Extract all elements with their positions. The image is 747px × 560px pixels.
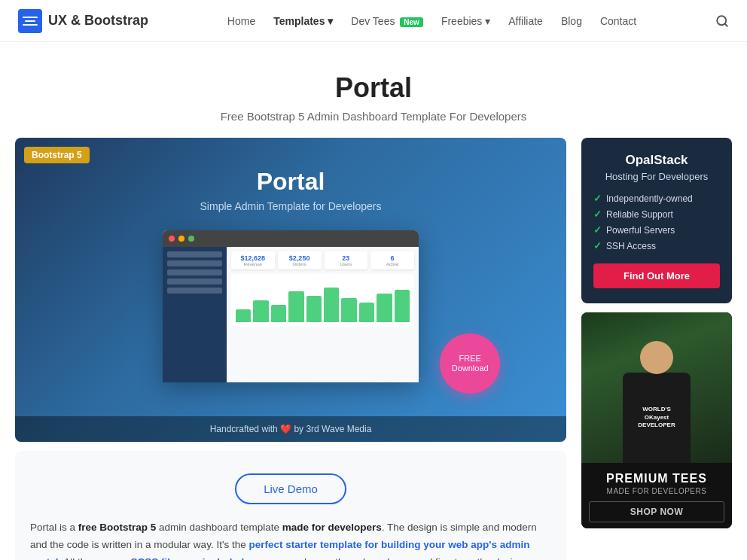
devtees-image-area: WORLD'SOKayestDEVELOPER	[581, 312, 732, 463]
live-demo-button[interactable]: Live Demo	[235, 473, 346, 504]
free-download-button[interactable]: FREE Download	[440, 333, 500, 394]
page-header: Portal Free Bootstrap 5 Admin Dashboard …	[0, 42, 747, 138]
mock-content: $12,628 Revenue $2,250 Orders 23 Users	[163, 247, 419, 382]
navbar: UX & Bootstrap Home Templates ▾ Dev Tees…	[0, 0, 747, 42]
search-button[interactable]	[715, 14, 729, 28]
description-text: Portal is a free Bootstrap 5 admin dashb…	[30, 519, 551, 560]
feature-item-2: ✓ Reliable Support	[593, 208, 720, 220]
nav-item-templates[interactable]: Templates ▾	[273, 15, 333, 27]
chart-bar	[324, 288, 339, 322]
devtees-label: PREMIUM TEES	[589, 472, 724, 485]
brand-logo[interactable]: UX & Bootstrap	[18, 9, 148, 33]
tshirt-text: WORLD'SOKayestDEVELOPER	[635, 403, 678, 432]
sidebar-mock-item	[167, 260, 222, 266]
person-body: WORLD'SOKayestDEVELOPER	[623, 373, 691, 463]
hero-title: Portal	[257, 168, 325, 196]
stat-value-1: $12,628	[234, 254, 272, 262]
chart-bar	[236, 309, 251, 322]
mock-stat-1: $12,628 Revenue	[231, 251, 275, 269]
hero-subtitle: Simple Admin Template for Developers	[200, 200, 382, 212]
chart-bar	[377, 294, 392, 322]
shop-now-button[interactable]: SHOP NOW	[589, 501, 724, 522]
mock-stat-4: 6 Active	[370, 251, 414, 269]
check-icon-2: ✓	[593, 208, 602, 220]
find-out-button[interactable]: Find Out More	[593, 263, 720, 288]
new-badge: New	[400, 17, 423, 27]
desc-bold-4: source SCSS files are included	[95, 556, 245, 560]
svg-line-1	[724, 23, 727, 26]
chart-bar	[395, 290, 410, 323]
check-icon-3: ✓	[593, 224, 602, 236]
bootstrap5-badge: Bootstrap 5	[24, 147, 90, 163]
devtees-sublabel: MADE FOR DEVELOPERS	[589, 487, 724, 495]
mock-chart	[231, 274, 414, 327]
stat-value-3: 23	[328, 254, 365, 262]
stat-value-2: $2,250	[281, 254, 319, 262]
nav-item-contact[interactable]: Contact	[600, 15, 636, 27]
devtees-footer: PREMIUM TEES MADE FOR DEVELOPERS SHOP NO…	[581, 463, 732, 528]
nav-link-freebies[interactable]: Freebies ▾	[441, 15, 490, 27]
mock-stat-3: 23 Users	[325, 251, 368, 269]
main-nav: Home Templates ▾ Dev Tees New Freebies ▾…	[227, 15, 636, 27]
content-wrapper: Bootstrap 5 Portal Simple Admin Template…	[0, 138, 747, 560]
nav-link-templates[interactable]: Templates ▾	[273, 15, 333, 27]
page-title: Portal	[18, 72, 729, 104]
feature-label-1: Independently-owned	[606, 193, 693, 204]
nav-link-affiliate[interactable]: Affiliate	[508, 15, 543, 27]
feature-item-1: ✓ Independently-owned	[593, 193, 720, 204]
chart-bar	[341, 298, 356, 322]
mock-main: $12,628 Revenue $2,250 Orders 23 Users	[227, 247, 419, 382]
nav-item-affiliate[interactable]: Affiliate	[508, 15, 543, 27]
check-icon-1: ✓	[593, 193, 602, 204]
desc-bold-1: free Bootstrap 5	[78, 522, 157, 533]
nav-link-contact[interactable]: Contact	[600, 15, 636, 27]
nav-item-devtees[interactable]: Dev Tees New	[351, 15, 423, 27]
stat-label-3: Users	[328, 262, 365, 266]
dropdown-arrow-icon: ▾	[328, 15, 333, 27]
hero-image-area: Portal Simple Admin Template for Develop…	[15, 138, 566, 416]
main-column: Bootstrap 5 Portal Simple Admin Template…	[15, 138, 566, 560]
dot-red	[169, 236, 175, 242]
nav-item-blog[interactable]: Blog	[561, 15, 582, 27]
hero-footer: Handcrafted with ❤️ by 3rd Wave Media	[15, 416, 566, 442]
person-figure: WORLD'SOKayestDEVELOPER	[623, 341, 691, 463]
brand-name: UX & Bootstrap	[48, 13, 148, 29]
free-label: FREE	[459, 354, 481, 364]
mock-sidebar	[163, 247, 227, 382]
mock-stats: $12,628 Revenue $2,250 Orders 23 Users	[231, 251, 414, 269]
chart-bar	[288, 291, 303, 322]
stat-label-1: Revenue	[234, 262, 272, 266]
brand-icon	[18, 9, 42, 33]
desc-bold-2: made for developers	[282, 522, 382, 533]
nav-link-home[interactable]: Home	[227, 15, 255, 27]
nav-link-blog[interactable]: Blog	[561, 15, 582, 27]
chart-bar	[306, 296, 322, 322]
dot-green	[188, 236, 194, 242]
dropdown-arrow-freebies-icon: ▾	[485, 15, 490, 27]
sidebar-mock-item	[167, 278, 222, 285]
opalstack-title: OpalStack	[593, 153, 720, 168]
stat-label-2: Orders	[281, 262, 319, 266]
sidebar-mock-item	[167, 269, 222, 275]
dot-yellow	[178, 236, 184, 242]
search-icon	[715, 14, 729, 28]
sidebar-mock-item	[167, 251, 222, 257]
mock-screen-bar	[163, 230, 419, 247]
download-label: Download	[452, 364, 489, 373]
feature-item-4: ✓ SSH Access	[593, 240, 720, 251]
hero-card: Bootstrap 5 Portal Simple Admin Template…	[15, 138, 566, 442]
check-icon-4: ✓	[593, 240, 602, 251]
opalstack-features-list: ✓ Independently-owned ✓ Reliable Support…	[593, 193, 720, 251]
stat-label-4: Active	[374, 262, 411, 266]
feature-label-2: Reliable Support	[606, 209, 673, 220]
live-demo-section: Live Demo Portal is a free Bootstrap 5 a…	[15, 451, 566, 560]
nav-item-home[interactable]: Home	[227, 15, 255, 27]
devtees-card: WORLD'SOKayestDEVELOPER PREMIUM TEES MAD…	[581, 312, 732, 528]
nav-item-freebies[interactable]: Freebies ▾	[441, 15, 490, 27]
sidebar-mock-item	[167, 288, 222, 294]
feature-item-3: ✓ Powerful Servers	[593, 224, 720, 236]
page-subtitle: Free Bootstrap 5 Admin Dashboard Templat…	[18, 110, 729, 123]
chart-bar	[271, 305, 286, 322]
opalstack-card: OpalStack Hosting For Developers ✓ Indep…	[581, 138, 732, 303]
nav-link-devtees[interactable]: Dev Tees New	[351, 15, 423, 27]
